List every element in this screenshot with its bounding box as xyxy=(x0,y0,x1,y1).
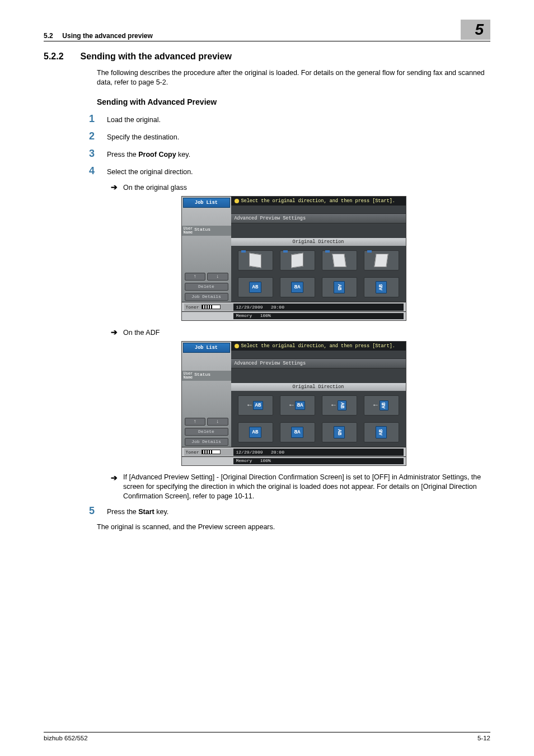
substep-glass: ➔ On the original glass xyxy=(111,183,490,192)
job-details-button[interactable]: Job Details xyxy=(185,293,228,301)
direction-option-2[interactable] xyxy=(280,250,315,270)
page-header: 5.2 Using the advanced preview 5 xyxy=(44,20,490,41)
step-number: 4 xyxy=(85,165,95,177)
subsection-title: Sending with the advanced preview xyxy=(81,52,232,62)
arrow-icon: ➔ xyxy=(111,183,118,192)
device-screenshot-glass: Job List User Name Status ↑ ↓ Delete Job… xyxy=(181,196,406,321)
status-bar: 12/29/2009 20:00 xyxy=(233,304,404,311)
note-text: If [Advanced Preview Setting] - [Origina… xyxy=(123,473,490,501)
note-advanced-preview: ➔ If [Advanced Preview Setting] - [Origi… xyxy=(111,473,490,501)
status-label: Status xyxy=(194,227,210,235)
step-text: Specify the destination. xyxy=(107,133,179,141)
user-name-label: User Name xyxy=(184,372,193,380)
step-number: 5 xyxy=(85,505,95,517)
direction-option-7[interactable]: AB xyxy=(322,277,357,297)
info-icon xyxy=(235,199,239,203)
direction-option-7[interactable]: AB xyxy=(322,422,357,442)
scroll-down-button[interactable]: ↓ xyxy=(207,273,228,281)
toner-gauge xyxy=(202,450,221,454)
scroll-up-button[interactable]: ↑ xyxy=(185,418,206,426)
original-direction-label: Original Direction xyxy=(231,238,406,246)
direction-option-8[interactable]: AB xyxy=(364,422,399,442)
device-screenshot-adf: Job List User Name Status ↑ ↓ Delete Job… xyxy=(181,341,406,466)
step-3: 3 Press the Proof Copy key. xyxy=(85,148,490,160)
direction-option-6[interactable]: AB xyxy=(280,422,315,442)
job-details-button[interactable]: Job Details xyxy=(185,438,228,446)
status-label: Status xyxy=(194,372,210,380)
info-icon xyxy=(235,344,239,348)
direction-option-4[interactable]: ←AB xyxy=(364,395,399,416)
advanced-preview-settings-bar: Advanced Preview Settings xyxy=(231,213,406,223)
direction-option-5[interactable]: AB xyxy=(238,422,273,442)
direction-option-6[interactable]: AB xyxy=(280,277,315,297)
step-1: 1 Load the original. xyxy=(85,113,490,125)
job-list-tab[interactable]: Job List xyxy=(183,198,230,208)
step-text: Select the original direction. xyxy=(107,168,193,176)
header-section-title: Using the advanced preview xyxy=(62,32,152,40)
step-4: 4 Select the original direction. xyxy=(85,165,490,177)
substep-label: On the ADF xyxy=(123,329,160,337)
scroll-down-button[interactable]: ↓ xyxy=(207,418,228,426)
direction-option-3[interactable] xyxy=(322,250,357,270)
intro-paragraph: The following describes the procedure af… xyxy=(97,68,490,87)
arrow-icon: ➔ xyxy=(111,328,118,337)
status-bar: 12/29/2009 20:00 xyxy=(233,449,404,456)
step-5: 5 Press the Start key. xyxy=(85,505,490,517)
direction-option-1[interactable]: ←AB xyxy=(238,395,273,416)
direction-option-4[interactable] xyxy=(364,250,399,270)
chapter-number-badge: 5 xyxy=(461,20,490,40)
user-name-label: User Name xyxy=(184,227,193,235)
step-5-result: The original is scanned, and the Preview… xyxy=(97,522,490,532)
toner-label: Toner xyxy=(186,450,199,455)
direction-option-2[interactable]: ←AB xyxy=(280,395,315,416)
delete-button[interactable]: Delete xyxy=(185,428,228,436)
step-number: 3 xyxy=(85,148,95,160)
feed-arrow-icon: ← xyxy=(331,401,336,409)
job-list-tab[interactable]: Job List xyxy=(183,343,230,353)
footer-model: bizhub 652/552 xyxy=(44,735,88,741)
step-text: Press the Proof Copy key. xyxy=(107,151,190,158)
toner-label: Toner xyxy=(186,305,199,310)
instruction-bar: Select the original direction, and then … xyxy=(231,197,406,206)
direction-option-5[interactable]: AB xyxy=(238,277,273,297)
direction-option-3[interactable]: ←AB xyxy=(322,395,357,416)
step-2: 2 Specify the destination. xyxy=(85,130,490,142)
header-section-ref: 5.2 xyxy=(44,32,53,40)
arrow-icon: ➔ xyxy=(111,473,118,501)
footer-page-number: 5-12 xyxy=(477,735,490,741)
procedure-heading: Sending with Advanced Preview xyxy=(97,97,490,106)
scroll-up-button[interactable]: ↑ xyxy=(185,273,206,281)
direction-option-1[interactable] xyxy=(238,250,273,270)
substep-adf: ➔ On the ADF xyxy=(111,328,490,337)
substep-label: On the original glass xyxy=(123,184,187,192)
feed-arrow-icon: ← xyxy=(373,401,378,409)
direction-option-8[interactable]: AB xyxy=(364,277,399,297)
step-number: 2 xyxy=(85,130,95,142)
advanced-preview-settings-bar: Advanced Preview Settings xyxy=(231,358,406,368)
delete-button[interactable]: Delete xyxy=(185,283,228,291)
instruction-bar: Select the original direction, and then … xyxy=(231,342,406,351)
subsection-number: 5.2.2 xyxy=(44,52,64,62)
feed-arrow-icon: ← xyxy=(247,401,252,409)
toner-gauge xyxy=(202,305,221,309)
original-direction-label: Original Direction xyxy=(231,383,406,391)
step-number: 1 xyxy=(85,113,95,125)
feed-arrow-icon: ← xyxy=(289,401,294,409)
step-text: Press the Start key. xyxy=(107,508,168,516)
step-text: Load the original. xyxy=(107,116,161,124)
